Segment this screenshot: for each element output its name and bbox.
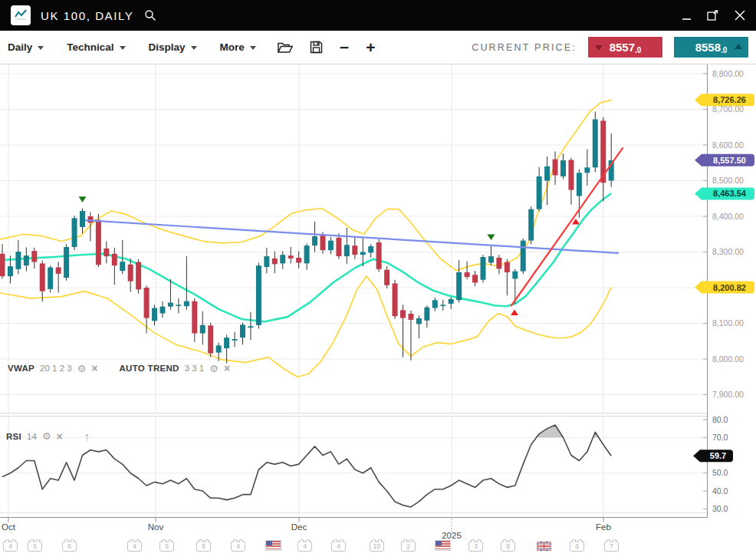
close-icon[interactable] xyxy=(735,10,745,21)
candle-down xyxy=(465,272,470,277)
auto-trend-settings-gear-icon[interactable]: ⚙ xyxy=(209,364,219,374)
candle-up xyxy=(240,324,245,338)
calendar-event-icon[interactable]: 10 xyxy=(370,541,384,552)
candle-down xyxy=(553,160,558,176)
chart-canvas[interactable]: 8,800.008,700.008,600.008,500.008,400.00… xyxy=(0,64,756,560)
app-logo-icon xyxy=(11,5,31,25)
candle-up xyxy=(449,299,454,304)
us-flag-icon[interactable] xyxy=(435,540,451,551)
auto-trend-remove-icon[interactable]: × xyxy=(224,363,230,374)
menu-daily[interactable]: Daily xyxy=(8,41,44,53)
price-chart-svg[interactable]: 8,800.008,700.008,600.008,500.008,400.00… xyxy=(0,64,756,560)
calendar-ring xyxy=(12,539,15,542)
calendar-ring xyxy=(403,539,407,542)
candle-down xyxy=(352,245,357,255)
chevron-down-icon xyxy=(38,46,44,50)
minimize-icon[interactable] xyxy=(682,11,692,21)
open-folder-icon[interactable] xyxy=(278,41,293,54)
us-flag-icon[interactable] xyxy=(265,540,281,551)
calendar-event-icon[interactable]: 5 xyxy=(159,541,174,552)
chart-title: UK 100, DAILY xyxy=(41,9,133,22)
chevron-down-icon xyxy=(191,46,197,50)
candle-up xyxy=(312,236,317,245)
us-flag-canton xyxy=(266,541,272,545)
candle-up xyxy=(280,255,285,263)
calendar-event-icon[interactable]: 7 xyxy=(604,541,619,552)
month-axis-label: Dec xyxy=(291,522,307,532)
candle-up xyxy=(456,272,462,300)
menu-technical[interactable]: Technical xyxy=(67,41,125,53)
candle-up xyxy=(432,300,438,308)
vwap-remove-icon[interactable]: × xyxy=(91,363,97,374)
candle-down xyxy=(144,288,150,318)
trading-app-window: UK 100, DAILY xyxy=(0,0,756,560)
candle-up xyxy=(481,257,486,280)
calendar-event-icon[interactable]: 8 xyxy=(196,541,211,552)
candle-down xyxy=(568,160,574,190)
calendar-event-icon[interactable]: 3 xyxy=(468,541,483,552)
rsi-move-up-icon[interactable]: ↑ xyxy=(84,430,90,442)
price-down-arrow-icon xyxy=(595,45,603,51)
month-axis-label: Nov xyxy=(148,522,164,532)
calendar-event-icon[interactable]: 2 xyxy=(401,541,416,552)
calendar-event-icon[interactable]: 4 xyxy=(127,541,142,552)
candle-up xyxy=(424,308,429,321)
candle-down xyxy=(0,254,5,276)
price-tick-label: 8,400.00 xyxy=(712,212,744,221)
sell-price-minor: .0 xyxy=(635,46,641,58)
year-axis-label: 2025 xyxy=(442,531,462,540)
calendar-event-icon[interactable]: 4 xyxy=(231,541,245,552)
overlay-indicator-labels: VWAP 20 1 2 3 ⚙ × AUTO TREND 3 3 1 ⚙ × xyxy=(8,363,230,374)
calendar-ring xyxy=(372,539,376,542)
uk-flag-icon[interactable] xyxy=(537,540,551,549)
zoom-out-icon[interactable]: − xyxy=(340,40,349,55)
calendar-ring xyxy=(340,539,343,542)
candle-up xyxy=(80,211,85,227)
price-tick-label: 8,800.00 xyxy=(712,69,744,78)
calendar-event-icon[interactable]: 6 xyxy=(570,541,584,552)
candle-down xyxy=(288,255,294,259)
candle-up xyxy=(488,256,494,262)
rsi-tick-label: 80.0 xyxy=(712,415,728,424)
blue-trend-line[interactable] xyxy=(86,220,618,253)
candle-up xyxy=(416,318,422,324)
rsi-remove-icon[interactable]: × xyxy=(57,431,63,442)
save-icon[interactable] xyxy=(310,41,323,54)
popout-window-icon[interactable] xyxy=(707,10,719,21)
menu-more[interactable]: More xyxy=(220,41,256,53)
price-tick-label: 8,000.00 xyxy=(712,354,744,364)
search-icon[interactable] xyxy=(144,9,156,21)
calendar-ring xyxy=(36,539,40,542)
candle-up xyxy=(152,308,157,321)
price-tick-label: 8,500.00 xyxy=(712,176,744,185)
toolbar-menus: DailyTechnicalDisplayMore xyxy=(8,41,256,53)
menu-display[interactable]: Display xyxy=(149,41,197,53)
candle-up xyxy=(544,166,550,181)
rsi-settings-gear-icon[interactable]: ⚙ xyxy=(42,431,51,441)
calendar-event-icon[interactable]: 5 xyxy=(28,541,42,552)
candle-down xyxy=(128,265,133,282)
candle-down xyxy=(192,301,197,334)
candle-up xyxy=(528,209,534,241)
red-trend-line[interactable] xyxy=(511,148,623,305)
calendar-event-icon[interactable]: 4 xyxy=(297,541,312,552)
calendar-event-icon[interactable]: 9 xyxy=(501,541,515,552)
calendar-event-icon[interactable]: 6 xyxy=(62,541,77,552)
zoom-in-icon[interactable]: + xyxy=(366,40,375,55)
auto-trend-label: AUTO TREND xyxy=(120,364,179,373)
calendar-ring xyxy=(606,539,610,542)
sell-price-button[interactable]: 8557.0 xyxy=(588,37,662,58)
candle-up xyxy=(168,303,173,307)
buy-price-button[interactable]: 8558.0 xyxy=(674,37,748,58)
calendar-event-icon[interactable]: 4 xyxy=(331,541,346,552)
candle-down xyxy=(272,259,278,264)
price-tick-label: 7,900.00 xyxy=(712,390,744,399)
vwap-settings-gear-icon[interactable]: ⚙ xyxy=(77,364,87,374)
title-bar: UK 100, DAILY xyxy=(0,0,756,31)
buy-price-value: 8558 xyxy=(695,41,721,54)
candle-up xyxy=(360,252,366,255)
candle-down xyxy=(384,270,390,285)
calendar-event-icon[interactable]: 4 xyxy=(3,541,18,552)
svg-text:8,726.26: 8,726.26 xyxy=(713,95,746,104)
chart-toolbar: DailyTechnicalDisplayMore − + CURRENT xyxy=(0,31,756,64)
